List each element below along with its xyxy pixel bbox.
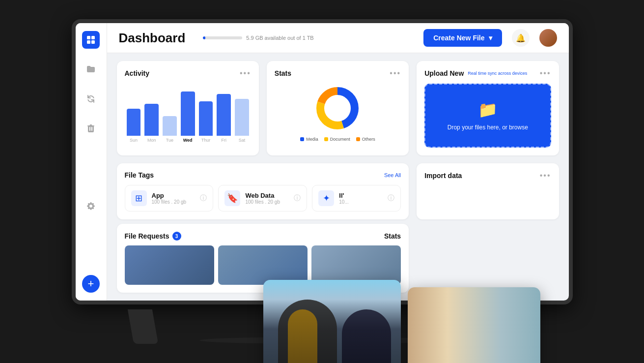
file-requests-label: File Requests [125,232,169,240]
donut-legend: Media Document Others [300,137,375,142]
tags-list: ⊞ App 100 files . 20 gb ⓘ 🔖 [125,185,401,212]
sidebar-fab[interactable]: + [82,275,100,293]
stats-card: Stats ••• [267,61,409,155]
stats-more[interactable]: ••• [390,69,401,78]
sidebar: + [76,23,107,301]
file-tags-card: File Tags See All ⊞ App 100 files . 20 g… [117,163,409,219]
tag-meta-il: 10... [339,199,383,205]
see-all-link[interactable]: See All [384,172,401,178]
page-title: Dashboard [119,30,186,46]
drop-text: Drop your files here, or browse [448,124,528,131]
sidebar-icon-settings[interactable] [82,197,100,215]
bar-fri [217,94,231,136]
stats-title: Stats [275,69,291,77]
tag-info-icon-webdata[interactable]: ⓘ [294,194,301,203]
bar-group-sat: Sat [235,99,249,143]
file-request-images [125,245,401,285]
create-new-file-button[interactable]: Create New File ▾ [423,29,502,47]
svg-rect-1 [91,36,95,39]
bar-tue [163,116,177,136]
bell-icon: 🔔 [516,33,526,43]
legend-media-dot [300,137,304,141]
svg-rect-0 [87,36,90,39]
import-data-title: Import data [424,172,462,180]
dashboard-grid: Activity ••• Sun Mon [107,53,569,224]
photos-overlay [263,280,540,363]
tag-meta-app: 100 files . 20 gb [152,199,196,205]
tv-body: + Dashboard 5.9 GB available out of 1 TB [72,19,573,304]
chevron-down-icon: ▾ [489,34,492,42]
donut-chart [313,84,362,133]
bar-label-tue: Tue [166,138,173,143]
tv-container: + Dashboard 5.9 GB available out of 1 TB [52,19,592,344]
file-request-img-2 [218,245,308,285]
tag-item-webdata[interactable]: 🔖 Web Data 100 files . 20 gb ⓘ [218,185,307,212]
file-tags-title: File Tags [125,171,154,179]
bar-sun [127,109,141,136]
stats-label: Stats [384,232,401,240]
upload-title: Upload New [424,69,464,77]
main-content: Dashboard 5.9 GB available out of 1 TB C… [107,23,569,301]
bar-wed [181,91,195,136]
tag-icon-webdata: 🔖 [224,190,240,206]
bar-label-wed: Wed [183,138,193,143]
legend-document: Document [324,137,350,142]
svg-rect-2 [87,40,90,44]
bar-group-sun: Sun [127,109,141,143]
bar-chart: Sun Mon Tue [125,84,251,143]
sidebar-icon-trash[interactable] [82,120,100,137]
legend-others-dot [356,137,360,141]
bar-group-tue: Tue [163,116,177,143]
file-requests-badge: 3 [172,232,181,241]
photo-card-2 [408,287,540,363]
legend-media-label: Media [306,137,318,142]
bar-group-fri: Fri [217,94,231,143]
tag-name-webdata: Web Data [245,192,289,199]
svg-rect-3 [91,40,95,44]
tag-icon-il: ✦ [318,190,334,206]
tag-meta-webdata: 100 files . 20 gb [245,199,289,205]
create-button-label: Create New File [433,34,484,42]
avatar[interactable] [539,29,557,47]
bar-group-wed: Wed [181,91,195,143]
bar-sat [235,99,249,136]
storage-text: 5.9 GB available out of 1 TB [246,35,313,41]
sidebar-icon-folder[interactable] [82,60,100,78]
notification-button[interactable]: 🔔 [512,29,530,47]
legend-media: Media [300,137,318,142]
import-data-card: Import data ••• [417,163,559,219]
sidebar-icon-refresh[interactable] [82,90,100,108]
activity-more[interactable]: ••• [240,69,251,78]
sidebar-icon-grid[interactable] [82,31,100,49]
bar-group-thu: Thur [199,101,213,143]
storage-bar-fill [203,36,205,39]
tv-stand-left [127,309,158,344]
file-request-img-1 [125,245,214,285]
upload-dropzone[interactable]: 📁 Drop your files here, or browse [424,84,551,148]
tag-info-icon-app[interactable]: ⓘ [200,194,207,203]
app-layout: + Dashboard 5.9 GB available out of 1 TB [76,23,569,301]
bar-thu [199,101,213,136]
upload-more[interactable]: ••• [540,69,551,78]
tag-name-app: App [152,192,196,199]
donut-container: Media Document Others [275,84,401,142]
tag-icon-app: ⊞ [131,190,147,206]
bar-label-sat: Sat [239,138,246,143]
legend-document-label: Document [330,137,350,142]
bar-label-mon: Mon [147,138,156,143]
upload-card: Upload New Real time sync across devices… [417,61,559,155]
bar-label-thu: Thur [201,138,211,143]
import-data-more[interactable]: ••• [540,171,551,180]
tag-name-il: Il' [339,192,383,199]
header: Dashboard 5.9 GB available out of 1 TB C… [107,23,569,53]
bar-mon [144,104,159,136]
photo-card-1 [263,280,401,363]
legend-document-dot [324,137,328,141]
tag-info-icon-il[interactable]: ⓘ [388,194,394,203]
file-request-img-3 [311,245,401,285]
upload-subtitle: Real time sync across devices [468,71,527,76]
tag-item-app[interactable]: ⊞ App 100 files . 20 gb ⓘ [125,185,214,212]
legend-others-label: Others [362,137,375,142]
bar-label-fri: Fri [221,138,226,143]
tag-item-il[interactable]: ✦ Il' 10... ⓘ [312,185,401,212]
